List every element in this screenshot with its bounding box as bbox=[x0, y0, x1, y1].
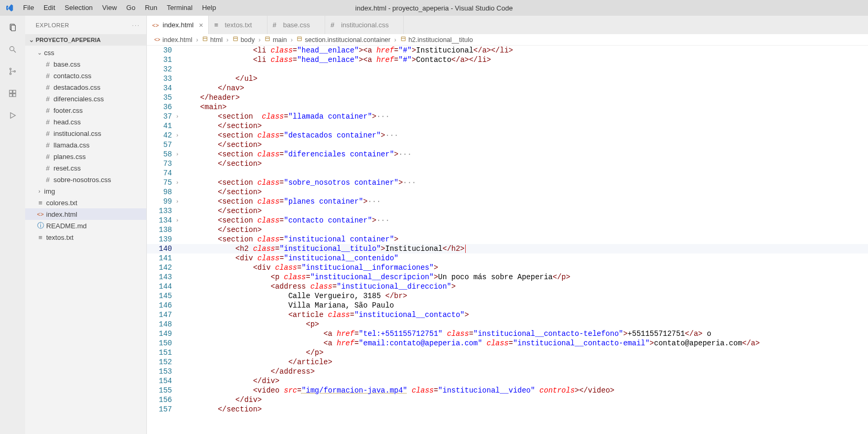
code-line[interactable]: 156 </div> bbox=[147, 395, 868, 405]
code-line[interactable]: 41 </section> bbox=[147, 121, 868, 131]
code-content[interactable]: </ul> bbox=[183, 74, 258, 83]
code-content[interactable]: <section class="sobre_nosotros container… bbox=[183, 178, 416, 187]
code-content[interactable]: </div> bbox=[183, 395, 262, 405]
code-line[interactable]: 144 <address class="institucional__direc… bbox=[147, 282, 868, 291]
code-content[interactable]: </section> bbox=[183, 121, 262, 131]
code-content[interactable]: <main> bbox=[183, 102, 227, 112]
code-line[interactable]: 149 <a href="tel:+551155712751" class="i… bbox=[147, 329, 868, 338]
code-content[interactable]: </address> bbox=[183, 367, 315, 376]
code-line[interactable]: 147 <article class="institucional__conta… bbox=[147, 310, 868, 320]
code-content[interactable]: </div> bbox=[183, 376, 280, 386]
menu-help[interactable]: Help bbox=[197, 0, 221, 16]
source-control-icon[interactable] bbox=[6, 65, 19, 78]
code-line[interactable]: 42› <section class="destacados container… bbox=[147, 131, 868, 140]
code-line[interactable]: 36 <main> bbox=[147, 102, 868, 112]
fold-toggle-icon[interactable]: › bbox=[172, 197, 183, 206]
file-item[interactable]: #contacto.css bbox=[25, 70, 146, 81]
search-icon[interactable] bbox=[6, 43, 19, 56]
code-line[interactable]: 37› <section class="llamada container">·… bbox=[147, 112, 868, 121]
code-line[interactable]: 74 bbox=[147, 168, 868, 178]
breadcrumb-item[interactable]: html bbox=[202, 36, 223, 44]
file-item[interactable]: #head.css bbox=[25, 116, 146, 128]
extensions-icon[interactable] bbox=[6, 87, 19, 100]
code-line[interactable]: 157 </section> bbox=[147, 405, 868, 414]
code-line[interactable]: 139 <section class="institucional contai… bbox=[147, 235, 868, 244]
code-line[interactable]: 35 </header> bbox=[147, 93, 868, 102]
fold-toggle-icon[interactable]: › bbox=[172, 131, 183, 140]
code-content[interactable]: <section class="contacto container">··· bbox=[183, 216, 390, 225]
menu-go[interactable]: Go bbox=[122, 0, 140, 16]
code-line[interactable]: 34 </nav> bbox=[147, 83, 868, 93]
file-item[interactable]: #reset.css bbox=[25, 162, 146, 174]
code-line[interactable]: 152 </article> bbox=[147, 357, 868, 367]
menu-terminal[interactable]: Terminal bbox=[162, 0, 197, 16]
code-line[interactable]: 151 </p> bbox=[147, 348, 868, 357]
editor-tab[interactable]: <>index.html× bbox=[147, 16, 209, 34]
file-item[interactable]: #institucional.css bbox=[25, 128, 146, 139]
menu-run[interactable]: Run bbox=[140, 0, 162, 16]
code-content[interactable]: <section class="destacados container">··… bbox=[183, 131, 399, 140]
code-content[interactable]: <section class="planes container">··· bbox=[183, 197, 381, 206]
breadcrumbs[interactable]: <>index.html›html›body›main›section.inst… bbox=[147, 34, 868, 46]
file-item[interactable]: #base.css bbox=[25, 58, 146, 70]
code-line[interactable]: 138 </section> bbox=[147, 225, 868, 235]
file-item[interactable]: ≡colores.txt bbox=[25, 197, 146, 208]
code-content[interactable]: <li class="head__enlace"><a href="#">Con… bbox=[183, 55, 491, 65]
code-line[interactable]: 143 <p class="institucional__descripcion… bbox=[147, 272, 868, 282]
menu-file[interactable]: File bbox=[18, 0, 39, 16]
code-content[interactable]: </p> bbox=[183, 348, 324, 357]
file-item[interactable]: #destacados.css bbox=[25, 81, 146, 93]
code-content[interactable]: </section> bbox=[183, 225, 262, 235]
code-content[interactable]: Calle Vergueiro, 3185 </br> bbox=[183, 291, 408, 301]
code-line[interactable]: 98 </section> bbox=[147, 187, 868, 197]
code-line[interactable]: 153 </address> bbox=[147, 367, 868, 376]
code-content[interactable]: <li class="head__enlace"><a href="#">Ins… bbox=[183, 46, 513, 55]
folder-item[interactable]: ›img bbox=[25, 185, 146, 197]
code-line[interactable]: 133 </section> bbox=[147, 206, 868, 216]
file-item[interactable]: #sobre-nosotros.css bbox=[25, 174, 146, 185]
code-line[interactable]: 150 <a href="email:contato@apeperia.com"… bbox=[147, 338, 868, 348]
code-line[interactable]: 32 bbox=[147, 65, 868, 74]
code-content[interactable]: <address class="institucional__direccion… bbox=[183, 282, 456, 291]
code-line[interactable]: 141 <div class="institucional__contenido… bbox=[147, 253, 868, 263]
code-content[interactable]: <a href="tel:+551155712751" class="insti… bbox=[183, 329, 711, 338]
code-content[interactable]: <video src="img/formacion-java.mp4" clas… bbox=[183, 386, 614, 395]
project-header[interactable]: ⌄ PROYECTO_APEPERIA bbox=[25, 34, 146, 46]
code-content[interactable]: </nav> bbox=[183, 83, 244, 93]
code-content[interactable]: </section> bbox=[183, 140, 262, 150]
editor-tab[interactable]: ≡textos.txt× bbox=[209, 16, 267, 34]
folder-item[interactable]: ⌄css bbox=[25, 47, 146, 58]
editor-tab[interactable]: #base.css× bbox=[267, 16, 326, 34]
code-line[interactable]: 155 <video src="img/formacion-java.mp4" … bbox=[147, 386, 868, 395]
file-item[interactable]: ≡textos.txt bbox=[25, 231, 146, 243]
code-content[interactable]: <article class="institucional__contacto"… bbox=[183, 310, 469, 320]
file-item[interactable]: #planes.css bbox=[25, 151, 146, 162]
code-line[interactable]: 145 Calle Vergueiro, 3185 </br> bbox=[147, 291, 868, 301]
code-line[interactable]: 33 </ul> bbox=[147, 74, 868, 83]
code-line[interactable]: 142 <div class="institucional__informaci… bbox=[147, 263, 868, 272]
breadcrumb-item[interactable]: <>index.html bbox=[154, 36, 192, 44]
file-item[interactable]: <>index.html bbox=[25, 208, 146, 220]
explorer-icon[interactable] bbox=[6, 21, 19, 34]
code-content[interactable]: <section class="diferenciales container"… bbox=[183, 150, 412, 159]
code-content[interactable]: <p class="institucional__descripcion">Un… bbox=[183, 272, 570, 282]
file-item[interactable]: #llamada.css bbox=[25, 139, 146, 151]
code-content[interactable]: <section class="institucional container"… bbox=[183, 235, 399, 244]
code-line[interactable]: 146 Villa Mariana, São Paulo bbox=[147, 301, 868, 310]
code-content[interactable]: <section class="llamada container">··· bbox=[183, 112, 390, 121]
menu-view[interactable]: View bbox=[98, 0, 122, 16]
breadcrumb-item[interactable]: h2.institucional__titulo bbox=[400, 36, 473, 44]
code-content[interactable]: </section> bbox=[183, 187, 262, 197]
code-line[interactable]: 57 </section> bbox=[147, 140, 868, 150]
editor-tab[interactable]: #institucional.css× bbox=[325, 16, 404, 34]
breadcrumb-item[interactable]: section.institucional.container bbox=[296, 36, 390, 44]
code-line[interactable]: 134› <section class="contacto container"… bbox=[147, 216, 868, 225]
code-line[interactable]: 99› <section class="planes container">··… bbox=[147, 197, 868, 206]
fold-toggle-icon[interactable]: › bbox=[172, 112, 183, 121]
code-line[interactable]: 140 <h2 class="institucional__titulo">In… bbox=[147, 244, 868, 253]
code-line[interactable]: 73 </section> bbox=[147, 159, 868, 168]
close-icon[interactable]: × bbox=[199, 21, 203, 29]
menu-edit[interactable]: Edit bbox=[39, 0, 60, 16]
breadcrumb-item[interactable]: body bbox=[232, 36, 255, 44]
code-content[interactable]: <div class="institucional__contenido" bbox=[183, 253, 399, 263]
